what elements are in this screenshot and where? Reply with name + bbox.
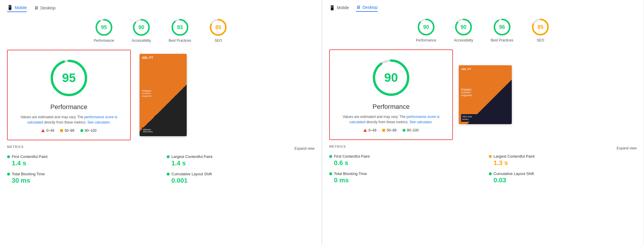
left-legend-fail: 0–49 — [41, 129, 54, 133]
left-perf-desc-text: Values are estimated and may vary. The — [21, 115, 85, 119]
left-preview-augments: Augment — [142, 95, 184, 97]
right-score-performance: 90 Performance — [416, 18, 436, 42]
right-preview-taglines: Engages Convert ↑ Augment — [461, 88, 509, 97]
left-legend-avg: 50–89 — [60, 129, 74, 133]
left-metric-cls: Cumulative Layout Shift 0.001 — [167, 172, 314, 184]
right-expand-link[interactable]: Expand view — [617, 146, 637, 150]
right-perf-box: 90 Performance Values are estimated and … — [329, 49, 453, 140]
left-legend-pass: 90–100 — [80, 129, 97, 133]
right-legend-avg-icon — [382, 129, 385, 132]
left-tab-desktop[interactable]: 🖥 Desktop — [34, 5, 55, 12]
right-perf-desc: Values are estimated and may vary. The p… — [339, 114, 443, 125]
right-metric-lcp: Largest Contentful Paint 1.3 s — [489, 154, 637, 167]
left-metrics-header-row: METRICS Expand view — [7, 145, 314, 152]
right-perf-desc-mid: directly from these metrics. — [365, 120, 410, 124]
right-perf-desc-end: . — [432, 120, 433, 124]
right-metric-fcp-value: 0.6 s — [329, 159, 477, 167]
right-acc-score-label: Accessibility — [454, 38, 473, 42]
right-score-row: 90 Performance 90 Accessibility 96 — [329, 18, 637, 42]
left-metric-lcp-value: 1.4 s — [167, 159, 314, 167]
right-acc-score-num: 90 — [461, 24, 466, 30]
left-preview-screenshot: ADL↑FT Engages Convert ↑ Augment Walmart… — [140, 54, 187, 136]
right-preview-augments: Augment — [461, 94, 509, 97]
right-legend: 0–49 50–89 90–100 — [363, 128, 418, 132]
left-panel: 📱 Mobile 🖥 Desktop 95 Performance — [0, 0, 322, 245]
right-preview-screenshot: ADL↑FT Engages Convert ↑ Augment SEO tha… — [459, 65, 512, 124]
right-legend-pass-icon — [403, 129, 405, 132]
right-metrics-grid: First Contentful Paint 0.6 s Largest Con… — [329, 154, 637, 184]
right-tab-desktop[interactable]: 🖥 Desktop — [356, 5, 378, 12]
left-legend: 0–49 50–89 90–100 — [41, 129, 96, 133]
right-legend-fail-range: 0–49 — [368, 128, 376, 132]
right-preview-converts: Convert ↑ — [461, 91, 509, 94]
left-perf-desc-end: . — [110, 120, 110, 124]
right-metric-lcp-label-row: Largest Contentful Paint — [489, 154, 637, 159]
left-metric-tbt: Total Blocking Time 30 ms — [7, 172, 155, 184]
left-preview-bottom: Walmart that works. — [142, 127, 184, 134]
left-legend-avg-icon — [60, 129, 63, 132]
left-perf-link2[interactable]: See calculator — [87, 120, 110, 124]
left-metric-cls-label: Cumulative Layout Shift — [171, 172, 212, 176]
right-tab-mobile[interactable]: 📱 Mobile — [329, 5, 349, 12]
right-seo-score-num: 85 — [537, 24, 543, 30]
right-metric-cls-label: Cumulative Layout Shift — [494, 171, 534, 176]
left-perf-score-num: 95 — [101, 24, 107, 31]
left-perf-score-label: Performance — [94, 39, 114, 43]
left-legend-avg-range: 50–89 — [64, 129, 74, 133]
left-metric-tbt-label-row: Total Blocking Time — [7, 172, 155, 176]
right-preview-bottom: SEO that works — [461, 114, 509, 122]
right-metric-lcp-value: 1.3 s — [489, 159, 637, 167]
left-preview-taglines: Engages Convert ↑ Augment — [142, 89, 184, 97]
right-perf-score-num: 90 — [423, 24, 429, 30]
right-metric-fcp-label: First Contentful Paint — [334, 154, 370, 159]
left-perf-box: 95 Performance Values are estimated and … — [7, 50, 131, 140]
right-metric-tbt-label: Total Blocking Time — [334, 171, 367, 176]
right-metric-cls: Cumulative Layout Shift 0.03 — [489, 171, 637, 184]
right-metric-lcp-label: Largest Contentful Paint — [494, 154, 534, 159]
left-perf-desc: Values are estimated and may vary. The p… — [17, 114, 121, 125]
left-metric-fcp: First Contentful Paint 1.4 s — [7, 154, 155, 167]
right-bp-score-num: 96 — [499, 24, 505, 30]
right-metric-tbt-value: 0 ms — [329, 176, 477, 184]
right-perf-link2[interactable]: See calculator — [410, 120, 432, 124]
left-perf-desc-mid: directly from these metrics. — [43, 120, 87, 124]
left-preview-walmart: Walmart — [143, 129, 183, 131]
left-metric-fcp-dot — [7, 155, 10, 158]
right-score-circle-seo: 85 — [531, 18, 550, 36]
left-seo-score-num: 85 — [215, 24, 221, 31]
left-score-circle-best-practices: 93 — [170, 18, 189, 37]
left-metric-fcp-label: First Contentful Paint — [12, 154, 47, 159]
left-metric-tbt-dot — [7, 173, 10, 176]
right-panel: 📱 Mobile 🖥 Desktop 90 Performance — [322, 0, 644, 245]
left-score-row: 95 Performance 90 Accessibility 93 — [7, 18, 314, 43]
right-metrics-header: METRICS — [329, 145, 346, 148]
left-score-circle-accessibility: 90 — [132, 18, 151, 37]
right-preview-content: ADL↑FT Engages Convert ↑ Augment SEO tha… — [459, 65, 512, 124]
right-metrics-header-row: METRICS Expand view — [329, 145, 637, 152]
left-metric-fcp-label-row: First Contentful Paint — [7, 154, 155, 159]
left-tab-mobile[interactable]: 📱 Mobile — [7, 5, 27, 12]
right-metric-lcp-dot — [489, 155, 492, 158]
left-metric-fcp-value: 1.4 s — [7, 159, 155, 167]
mobile-icon: 📱 — [7, 5, 13, 10]
right-mobile-icon: 📱 — [329, 5, 335, 11]
left-preview-engages: Engages — [142, 89, 184, 92]
right-metric-cls-dot — [489, 172, 492, 175]
left-preview-works: that works. — [143, 131, 183, 133]
right-big-score-num: 90 — [384, 71, 398, 85]
left-main-content: 95 Performance Values are estimated and … — [7, 50, 314, 140]
right-seo-score-label: SEO — [537, 38, 544, 42]
left-legend-pass-range: 90–100 — [85, 129, 97, 133]
left-metric-lcp-label: Largest Contentful Paint — [171, 154, 212, 159]
right-metric-cls-label-row: Cumulative Layout Shift — [489, 171, 637, 176]
right-bp-score-label: Best Practices — [491, 38, 514, 42]
left-seo-score-label: SEO — [215, 39, 222, 43]
right-big-score-circle: 90 — [370, 57, 412, 98]
left-tab-desktop-label: Desktop — [40, 6, 55, 10]
right-metric-cls-value: 0.03 — [489, 176, 637, 184]
left-expand-link[interactable]: Expand view — [294, 146, 314, 151]
left-metric-cls-dot — [167, 173, 170, 176]
left-score-circle-seo: 85 — [209, 18, 228, 37]
right-metric-tbt-dot — [329, 172, 332, 175]
left-metric-tbt-label: Total Blocking Time — [12, 172, 45, 176]
